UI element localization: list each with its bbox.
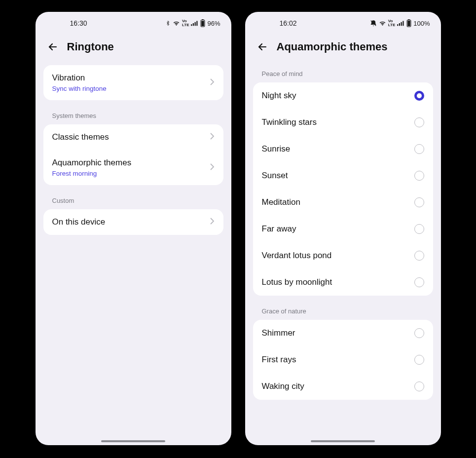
status-time: 16:30 [70, 19, 87, 27]
signal-icon [191, 20, 198, 26]
page-title: Ringtone [67, 40, 114, 53]
chevron-right-icon [210, 217, 215, 227]
radio-icon[interactable] [414, 328, 424, 338]
radio-icon[interactable] [414, 197, 424, 207]
home-indicator[interactable] [101, 440, 165, 442]
radio-icon[interactable] [414, 171, 424, 181]
content: Peace of mind Night skyTwinkling starsSu… [245, 61, 441, 445]
theme-option-label: Meditation [262, 197, 300, 207]
statusbar: 16:02 VoLTE 100% [245, 15, 441, 32]
vibration-row[interactable]: Vibration Sync with ringtone [43, 65, 223, 100]
on-this-device-row[interactable]: On this device [43, 209, 223, 235]
volte-icon: VoLTE [182, 19, 189, 27]
theme-option-label: Shimmer [262, 328, 295, 338]
radio-icon[interactable] [414, 382, 424, 391]
signal-icon [397, 20, 404, 26]
theme-option[interactable]: Sunset [253, 162, 433, 189]
radio-icon[interactable] [414, 224, 424, 234]
svg-rect-14 [408, 19, 410, 20]
volte-icon: VoLTE [388, 19, 396, 27]
status-time: 16:02 [280, 19, 297, 27]
theme-option-label: Lotus by moonlight [262, 277, 332, 287]
svg-rect-6 [202, 19, 204, 20]
phone-right: 16:02 VoLTE 100% Aquamorphic themes Peac… [245, 12, 441, 445]
aquamorphic-title: Aquamorphic themes [52, 158, 132, 168]
theme-option[interactable]: Twinkling stars [253, 109, 433, 136]
page-title: Aquamorphic themes [277, 40, 388, 53]
chevron-right-icon [210, 132, 215, 142]
theme-option[interactable]: Far away [253, 216, 433, 242]
vibration-card: Vibration Sync with ringtone [43, 65, 223, 100]
system-themes-card: Classic themes Aquamorphic themes Forest… [43, 124, 223, 185]
radio-icon[interactable] [414, 91, 424, 101]
svg-rect-5 [202, 21, 205, 26]
theme-option-label: Verdant lotus pond [262, 251, 332, 261]
back-button[interactable] [46, 40, 59, 53]
header: Aquamorphic themes [245, 32, 441, 61]
aquamorphic-subtitle: Forest morning [52, 170, 132, 177]
theme-option[interactable]: Night sky [253, 82, 433, 109]
svg-rect-3 [197, 21, 198, 26]
classic-themes-row[interactable]: Classic themes [43, 124, 223, 150]
theme-option-label: Waking city [262, 382, 304, 391]
on-this-device-label: On this device [52, 217, 106, 227]
phone-left: 16:30 VoLTE 96% Ringtone [36, 12, 231, 445]
svg-rect-10 [401, 22, 402, 26]
back-button[interactable] [256, 40, 269, 53]
theme-option[interactable]: Meditation [253, 189, 433, 216]
svg-rect-11 [403, 21, 404, 26]
battery-text: 100% [413, 20, 430, 27]
arrow-left-icon [256, 41, 268, 53]
battery-icon [200, 19, 205, 27]
theme-option-label: First rays [262, 355, 296, 365]
theme-option-label: Sunrise [262, 144, 291, 154]
aquamorphic-themes-row[interactable]: Aquamorphic themes Forest morning [43, 150, 223, 185]
arrow-left-icon [47, 41, 59, 53]
radio-icon[interactable] [414, 277, 424, 287]
section-custom: Custom [43, 185, 223, 209]
chevron-right-icon [210, 163, 215, 173]
dnd-icon [370, 20, 377, 27]
statusbar: 16:30 VoLTE 96% [36, 15, 231, 32]
svg-rect-13 [407, 21, 410, 26]
svg-rect-8 [397, 24, 398, 26]
radio-icon[interactable] [414, 251, 424, 261]
theme-option-label: Far away [262, 224, 296, 234]
status-icons: VoLTE 100% [370, 19, 430, 27]
radio-icon[interactable] [414, 117, 424, 127]
battery-text: 96% [207, 20, 220, 27]
wifi-icon [173, 20, 180, 27]
svg-rect-9 [399, 23, 400, 26]
radio-icon[interactable] [414, 144, 424, 154]
theme-option[interactable]: Sunrise [253, 136, 433, 162]
svg-rect-1 [193, 23, 194, 26]
theme-option-label: Night sky [262, 91, 296, 101]
theme-option[interactable]: Waking city [253, 373, 433, 400]
section-system-themes: System themes [43, 100, 223, 124]
content: Vibration Sync with ringtone System them… [36, 61, 231, 445]
custom-card: On this device [43, 209, 223, 235]
radio-icon[interactable] [414, 355, 424, 365]
home-indicator[interactable] [311, 440, 375, 442]
header: Ringtone [36, 32, 231, 61]
theme-option[interactable]: First rays [253, 346, 433, 373]
section-grace-of-nature: Grace of nature [253, 296, 433, 320]
bluetooth-icon [165, 20, 171, 27]
peace-of-mind-card: Night skyTwinkling starsSunriseSunsetMed… [253, 82, 433, 296]
chevron-right-icon [210, 78, 215, 88]
theme-option-label: Twinkling stars [262, 117, 317, 127]
theme-option[interactable]: Verdant lotus pond [253, 242, 433, 269]
vibration-title: Vibration [52, 73, 107, 83]
theme-option-label: Sunset [262, 171, 288, 181]
svg-rect-0 [191, 24, 192, 26]
vibration-subtitle: Sync with ringtone [52, 85, 107, 92]
theme-option[interactable]: Shimmer [253, 320, 433, 346]
battery-icon [406, 19, 411, 27]
svg-rect-2 [195, 22, 196, 26]
grace-of-nature-card: ShimmerFirst raysWaking city [253, 320, 433, 400]
theme-option[interactable]: Lotus by moonlight [253, 269, 433, 296]
wifi-icon [379, 20, 386, 27]
classic-themes-label: Classic themes [52, 132, 109, 142]
status-icons: VoLTE 96% [165, 19, 220, 27]
section-peace-of-mind: Peace of mind [253, 61, 433, 82]
